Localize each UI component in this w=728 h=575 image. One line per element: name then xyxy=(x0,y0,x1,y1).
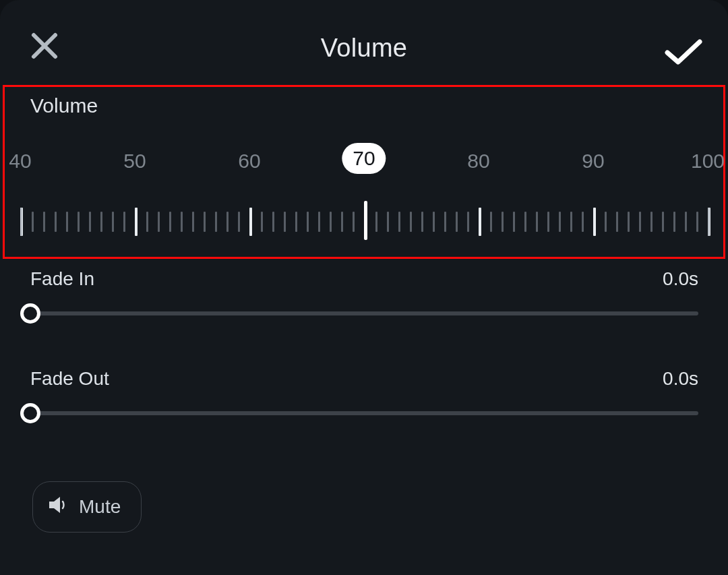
fade-in-slider-thumb[interactable] xyxy=(20,303,40,324)
ruler-tick xyxy=(169,212,171,232)
ruler-label: 90 xyxy=(582,150,604,173)
ruler-tick xyxy=(123,212,125,232)
ruler-tick xyxy=(421,212,423,232)
volume-section-label: Volume xyxy=(30,94,98,117)
ruler-tick xyxy=(456,212,458,232)
mute-label: Mute xyxy=(79,496,121,518)
ruler-tick xyxy=(32,212,34,232)
ruler-tick xyxy=(513,212,515,232)
ruler-tick xyxy=(559,212,561,232)
ruler-tick xyxy=(696,212,698,232)
ruler-tick xyxy=(524,212,526,232)
confirm-button[interactable] xyxy=(665,39,702,66)
ruler-tick xyxy=(364,201,367,240)
ruler-edge-tick xyxy=(708,208,710,236)
volume-panel: Volume Volume 405060708090100 Fade In 0.… xyxy=(0,0,728,575)
ruler-label-current: 70 xyxy=(342,143,386,174)
speaker-icon xyxy=(47,493,69,521)
fade-out-slider-thumb[interactable] xyxy=(20,403,40,423)
ruler-tick xyxy=(215,212,217,232)
ruler-tick xyxy=(605,212,607,232)
ruler-tick xyxy=(387,212,389,232)
fade-in-section: Fade In 0.0s xyxy=(30,268,698,315)
ruler-tick xyxy=(55,212,57,232)
ruler-tick xyxy=(547,212,549,232)
ruler-tick xyxy=(341,212,343,232)
ruler-tick xyxy=(158,212,160,232)
ruler-tick xyxy=(444,212,446,232)
ruler-label: 50 xyxy=(123,150,146,173)
ruler-tick xyxy=(685,212,687,232)
panel-header: Volume xyxy=(0,0,728,74)
ruler-tick xyxy=(307,212,309,232)
ruler-label: 60 xyxy=(238,150,260,173)
ruler-tick xyxy=(467,212,469,232)
fade-in-row: Fade In 0.0s xyxy=(30,268,698,290)
ruler-tick xyxy=(650,212,653,232)
ruler-tick xyxy=(261,212,263,232)
ruler-tick xyxy=(192,212,194,232)
mute-button[interactable]: Mute xyxy=(32,481,142,533)
ruler-tick xyxy=(43,212,45,232)
ruler-tick xyxy=(662,212,664,232)
ruler-tick xyxy=(490,212,492,232)
ruler-tick xyxy=(135,208,138,236)
panel-title: Volume xyxy=(321,34,408,63)
ruler-tick xyxy=(330,212,332,232)
fade-out-section: Fade Out 0.0s xyxy=(30,368,698,415)
fade-out-value: 0.0s xyxy=(663,368,698,390)
ruler-label: 80 xyxy=(467,150,489,173)
ruler-tick xyxy=(628,212,630,232)
fade-out-row: Fade Out 0.0s xyxy=(30,368,698,390)
ruler-tick xyxy=(593,208,596,236)
ruler-tick xyxy=(639,212,641,232)
ruler-label: 40 xyxy=(9,150,31,173)
fade-in-slider[interactable] xyxy=(30,311,698,315)
ruler-tick xyxy=(78,212,80,232)
fade-in-label: Fade In xyxy=(30,268,94,290)
check-icon xyxy=(665,57,702,68)
ruler-tick xyxy=(582,212,584,232)
ruler-tick xyxy=(410,212,412,232)
ruler-tick xyxy=(249,208,252,236)
volume-ruler[interactable]: 405060708090100 xyxy=(0,135,728,256)
ruler-tick xyxy=(284,212,286,232)
ruler-tick xyxy=(112,212,114,232)
ruler-tick xyxy=(204,212,206,232)
ruler-tick xyxy=(353,212,355,232)
close-icon xyxy=(30,51,59,63)
fade-out-label: Fade Out xyxy=(30,368,109,390)
fade-out-slider[interactable] xyxy=(30,411,698,415)
ruler-tick xyxy=(226,212,229,232)
ruler-tick xyxy=(318,212,320,232)
close-button[interactable] xyxy=(30,31,59,61)
ruler-tick xyxy=(238,212,240,232)
ruler-tick xyxy=(375,212,377,232)
ruler-tick xyxy=(295,212,297,232)
ruler-tick xyxy=(479,208,481,236)
ruler-tick xyxy=(181,212,183,232)
ruler-tick xyxy=(502,212,504,232)
fade-in-value: 0.0s xyxy=(663,268,698,290)
ruler-tick xyxy=(673,212,675,232)
ruler-labels: 405060708090100 xyxy=(0,135,728,193)
ruler-tick xyxy=(146,212,148,232)
ruler-tick xyxy=(536,212,538,232)
ruler-tick xyxy=(433,212,435,232)
ruler-tick xyxy=(100,212,102,232)
ruler-tick xyxy=(89,212,91,232)
ruler-tick xyxy=(66,212,68,232)
ruler-edge-tick xyxy=(20,208,22,236)
ruler-ticks xyxy=(0,200,728,240)
ruler-tick xyxy=(570,212,572,232)
ruler-tick xyxy=(272,212,274,232)
ruler-label: 100 xyxy=(691,150,725,173)
ruler-tick xyxy=(616,212,618,232)
ruler-tick xyxy=(398,212,400,232)
